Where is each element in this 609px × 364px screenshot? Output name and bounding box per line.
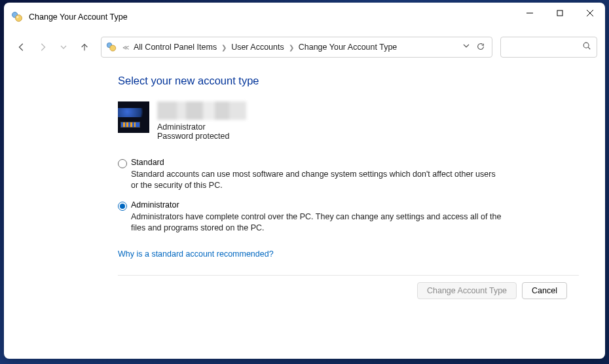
breadcrumb-item[interactable]: User Accounts <box>229 43 286 52</box>
svg-point-2 <box>16 16 18 18</box>
control-panel-window: Change Your Account Type ≪ All Control P… <box>4 3 605 359</box>
chevron-right-icon: ❯ <box>286 44 297 51</box>
chevron-right-icon: ❯ <box>219 44 229 51</box>
close-button[interactable] <box>575 3 605 24</box>
user-role: Administrator <box>157 122 246 132</box>
chevron-down-icon[interactable] <box>463 42 470 53</box>
svg-rect-4 <box>557 10 563 16</box>
content-area: Select your new account type Administrat… <box>4 63 605 359</box>
up-button[interactable] <box>75 37 94 57</box>
user-name-redacted <box>157 101 246 120</box>
breadcrumb-item[interactable]: Change Your Account Type <box>297 43 399 52</box>
cancel-button[interactable]: Cancel <box>522 282 567 299</box>
option-administrator[interactable]: Administrator Administrators have comple… <box>118 200 579 234</box>
back-button[interactable] <box>12 37 31 57</box>
search-input[interactable] <box>500 37 597 58</box>
forward-button[interactable] <box>33 37 52 57</box>
option-label: Standard <box>131 158 579 167</box>
footer: Change Account Type Cancel <box>118 275 579 306</box>
svg-line-10 <box>588 47 590 49</box>
user-protection: Password protected <box>157 132 246 141</box>
window-title: Change Your Account Type <box>29 12 515 22</box>
minimize-button[interactable] <box>515 3 545 24</box>
option-description: Standard accounts can use most software … <box>131 169 504 191</box>
maximize-button[interactable] <box>545 3 575 24</box>
chevron-left-icon: ≪ <box>120 44 132 51</box>
user-accounts-icon <box>105 41 117 53</box>
svg-point-9 <box>583 43 589 48</box>
page-heading: Select your new account type <box>118 75 579 87</box>
radio-administrator[interactable] <box>118 202 127 211</box>
refresh-icon[interactable] <box>476 42 485 53</box>
option-label: Administrator <box>131 200 579 209</box>
svg-point-1 <box>16 15 22 22</box>
radio-standard[interactable] <box>118 159 127 168</box>
window-controls <box>515 3 605 31</box>
user-accounts-icon <box>10 10 24 24</box>
change-account-type-button[interactable]: Change Account Type <box>417 282 517 299</box>
toolbar: ≪ All Control Panel Items ❯ User Account… <box>4 31 605 63</box>
user-avatar <box>118 101 149 133</box>
svg-point-8 <box>110 45 116 51</box>
option-standard[interactable]: Standard Standard accounts can use most … <box>118 158 579 191</box>
recent-dropdown[interactable] <box>54 37 73 57</box>
breadcrumb-item[interactable]: All Control Panel Items <box>132 43 219 52</box>
help-link[interactable]: Why is a standard account recommended? <box>118 249 274 259</box>
search-icon <box>582 41 591 53</box>
option-description: Administrators have complete control ove… <box>131 211 504 234</box>
user-summary: Administrator Password protected <box>118 101 579 141</box>
address-bar[interactable]: ≪ All Control Panel Items ❯ User Account… <box>101 37 492 58</box>
titlebar: Change Your Account Type <box>4 3 605 31</box>
